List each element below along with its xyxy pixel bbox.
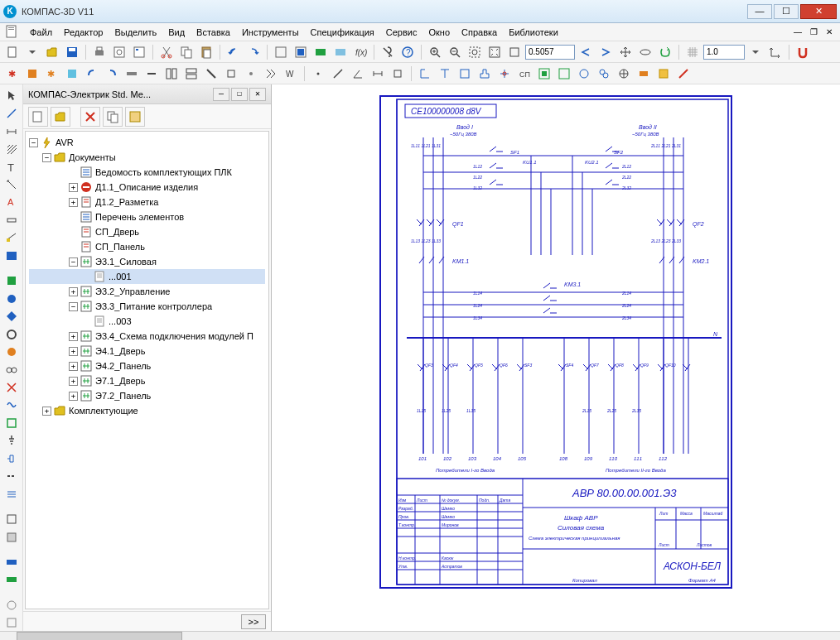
zoom-out-button[interactable]: [446, 43, 464, 61]
mdi-restore[interactable]: ❐: [808, 27, 820, 36]
t2-a4[interactable]: [476, 65, 494, 83]
t2-a12[interactable]: [635, 65, 653, 83]
tree-item[interactable]: −Э3.1_Силовая: [29, 254, 265, 269]
t2-point[interactable]: [309, 65, 327, 83]
zoom-prev-button[interactable]: [577, 43, 595, 61]
expand-icon[interactable]: −: [69, 257, 78, 267]
expand-icon[interactable]: +: [69, 362, 78, 371]
t2-a2[interactable]: [436, 65, 454, 83]
expand-icon[interactable]: −: [29, 138, 38, 147]
menu-tools[interactable]: Инструменты: [237, 26, 304, 39]
menu-service[interactable]: Сервис: [381, 26, 422, 39]
lt-f1[interactable]: [2, 511, 21, 527]
tree-docs[interactable]: − Документы: [29, 150, 265, 165]
project-tree[interactable]: − AVR − Документы Ведомость комплектующи…: [25, 131, 269, 609]
zoom-in-button[interactable]: [426, 43, 444, 61]
lt-move[interactable]: [2, 176, 21, 192]
cut-button[interactable]: [157, 43, 176, 61]
mdi-close[interactable]: ✕: [823, 27, 835, 36]
open-button[interactable]: [43, 43, 61, 61]
t2-9[interactable]: [162, 65, 181, 83]
lt-e5[interactable]: [2, 344, 21, 359]
tool-c[interactable]: [311, 43, 330, 61]
menu-editor[interactable]: Редактор: [59, 26, 108, 39]
save-button[interactable]: [63, 43, 81, 61]
coord-button[interactable]: [766, 43, 784, 61]
menu-help[interactable]: Справка: [456, 26, 502, 39]
mdi-minimize[interactable]: —: [791, 27, 804, 36]
t2-11[interactable]: [202, 65, 220, 83]
menu-select[interactable]: Выделить: [109, 26, 162, 39]
tree-item[interactable]: +Э4.1_Дверь: [29, 344, 265, 358]
t2-line[interactable]: [329, 65, 347, 83]
t2-sq[interactable]: [389, 65, 407, 83]
zoom-next-button[interactable]: [596, 43, 615, 61]
maximize-button[interactable]: ☐: [774, 4, 799, 19]
help-button[interactable]: [379, 43, 397, 61]
minimize-button[interactable]: —: [747, 4, 772, 19]
print-button[interactable]: [90, 43, 109, 61]
tree-item[interactable]: +Д1.2_Разметка: [29, 195, 265, 209]
expand-icon[interactable]: −: [69, 302, 78, 311]
scrollbar-thumb[interactable]: [17, 632, 182, 640]
t2-angle[interactable]: [349, 65, 367, 83]
lt-e12[interactable]: [2, 469, 21, 484]
tool-d[interactable]: [331, 43, 350, 61]
tree-item[interactable]: +Д1.1_Описание изделия: [29, 180, 265, 195]
lt-e7[interactable]: [2, 379, 21, 395]
drawing-canvas[interactable]: CE100000008 d8V Ввод I ~50Гц 380В Ввод I…: [272, 84, 840, 631]
zoom-fit-button[interactable]: [485, 43, 504, 61]
tool-b[interactable]: [292, 43, 310, 61]
tree-item[interactable]: Перечень элементов: [29, 209, 265, 224]
tree-item[interactable]: СП_Панель: [29, 239, 265, 254]
orbit-button[interactable]: [636, 43, 654, 61]
t2-3[interactable]: ✱: [43, 65, 61, 83]
panel-minimize[interactable]: —: [213, 88, 229, 101]
tree-item[interactable]: +Э3.2_Управление: [29, 284, 265, 299]
lt-e1[interactable]: [2, 273, 21, 289]
lt-g2[interactable]: [2, 572, 21, 588]
t2-a14[interactable]: [674, 65, 693, 83]
menu-spec[interactable]: Спецификация: [306, 26, 379, 39]
context-help-button[interactable]: ?: [398, 43, 417, 61]
lt-param[interactable]: [2, 212, 21, 228]
scale-input[interactable]: [703, 45, 745, 60]
t2-a7[interactable]: [535, 65, 553, 83]
expand-icon[interactable]: +: [69, 332, 78, 341]
tree-item[interactable]: +Э7.1_Дверь: [29, 373, 265, 388]
props-button[interactable]: [130, 43, 148, 61]
t2-a5[interactable]: [495, 65, 514, 83]
t2-8[interactable]: [142, 65, 161, 83]
tree-item[interactable]: +Э3.4_Схема подключения модулей П: [29, 329, 265, 344]
t2-6[interactable]: [103, 65, 121, 83]
t2-12[interactable]: [222, 65, 240, 83]
expand-icon[interactable]: +: [69, 347, 78, 356]
panel-new[interactable]: [28, 107, 48, 127]
menu-file[interactable]: Файл: [25, 26, 57, 39]
pan-button[interactable]: [616, 43, 635, 61]
lt-e10[interactable]: [2, 433, 21, 449]
expand-icon[interactable]: +: [42, 407, 51, 416]
t2-4[interactable]: [63, 65, 81, 83]
panel-prop[interactable]: [125, 107, 145, 127]
expand-icon[interactable]: +: [69, 377, 78, 386]
t2-a13[interactable]: [654, 65, 673, 83]
t2-a8[interactable]: [555, 65, 573, 83]
t2-2[interactable]: [23, 65, 41, 83]
tree-item[interactable]: −Э3.3_Питание контроллера: [29, 299, 265, 314]
lt-h1[interactable]: [2, 597, 21, 613]
menu-insert[interactable]: Вставка: [191, 26, 235, 39]
t2-1[interactable]: ✱: [3, 65, 22, 83]
lt-e3[interactable]: [2, 308, 21, 324]
lt-dim[interactable]: [2, 123, 21, 139]
magnet-button[interactable]: [794, 43, 812, 61]
expand-icon[interactable]: +: [69, 287, 78, 296]
lt-e6[interactable]: [2, 362, 21, 378]
new-dropdown[interactable]: [23, 43, 41, 61]
lt-e9[interactable]: [2, 415, 21, 431]
lt-g1[interactable]: [2, 554, 21, 570]
expand-icon[interactable]: +: [69, 198, 78, 207]
t2-a9[interactable]: [575, 65, 593, 83]
fx-button[interactable]: f(x): [351, 43, 369, 61]
tool-a[interactable]: [272, 43, 290, 61]
